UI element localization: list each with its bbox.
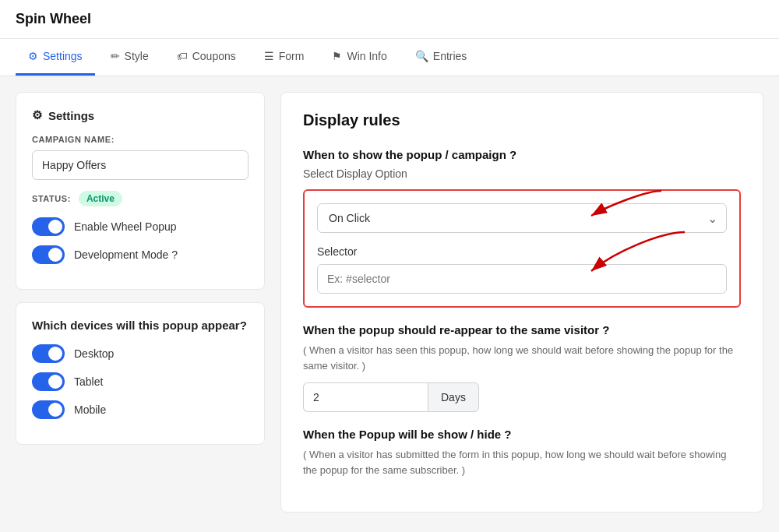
enable-wheel-row: Enable Wheel Popup <box>32 217 249 236</box>
arrow-annotation-2 <box>583 228 693 283</box>
show-hide-section: When the Popup will be show / hide ? ( W… <box>303 428 741 477</box>
tab-form-label: Form <box>279 50 305 62</box>
sidebar: ⚙ Settings CAMPAIGN NAME: STATUS: Active… <box>16 92 265 513</box>
when-show-title: When to show the popup / campaign ? <box>303 148 741 161</box>
campaign-name-label: CAMPAIGN NAME: <box>32 135 249 144</box>
desktop-toggle[interactable] <box>32 344 65 363</box>
coupons-tab-icon: 🏷 <box>177 50 188 62</box>
display-option-box: On Click On Load On Exit On Scroll ⌄ <box>303 189 741 308</box>
tablet-toggle[interactable] <box>32 372 65 391</box>
arrow-annotation-1 <box>583 183 677 230</box>
reappear-title: When the popup should re-appear to the s… <box>303 323 741 336</box>
content-area: ⚙ Settings CAMPAIGN NAME: STATUS: Active… <box>0 76 779 528</box>
tab-settings-label: Settings <box>43 50 83 62</box>
reappear-desc: ( When a visitor has seen this popup, ho… <box>303 343 741 373</box>
form-tab-icon: ☰ <box>264 50 274 62</box>
tab-form[interactable]: ☰ Form <box>252 39 317 76</box>
mobile-label: Mobile <box>74 403 106 416</box>
main-content: Display rules When to show the popup / c… <box>280 92 763 513</box>
win-info-tab-icon: ⚑ <box>332 50 342 62</box>
tab-settings[interactable]: ⚙ Settings <box>16 39 95 76</box>
tab-style-label: Style <box>125 50 149 62</box>
tablet-row: Tablet <box>32 372 249 391</box>
desktop-row: Desktop <box>32 344 249 363</box>
tabs-bar: ⚙ Settings ✏ Style 🏷 Coupons ☰ Form ⚑ Wi… <box>0 39 779 76</box>
page-title: Spin Wheel <box>16 11 91 26</box>
dev-mode-row: Development Mode ? <box>32 245 249 264</box>
mobile-toggle[interactable] <box>32 400 65 419</box>
settings-card: ⚙ Settings CAMPAIGN NAME: STATUS: Active… <box>16 92 265 290</box>
page-wrapper: Spin Wheel ⚙ Settings ✏ Style 🏷 Coupons … <box>0 0 779 532</box>
days-badge: Days <box>428 382 479 412</box>
number-days-row: Days <box>303 382 490 412</box>
tablet-label: Tablet <box>74 375 103 388</box>
tab-style[interactable]: ✏ Style <box>98 39 161 76</box>
tab-win-info-label: Win Info <box>347 50 386 62</box>
settings-tab-icon: ⚙ <box>28 50 38 62</box>
show-hide-desc: ( When a visitor has submitted the form … <box>303 447 741 477</box>
tab-coupons[interactable]: 🏷 Coupons <box>164 39 249 76</box>
status-label: STATUS: <box>32 194 71 203</box>
reappear-section: When the popup should re-appear to the s… <box>303 323 741 412</box>
settings-card-title: ⚙ Settings <box>32 108 249 122</box>
status-row: STATUS: Active <box>32 191 249 206</box>
dev-mode-toggle[interactable] <box>32 245 65 264</box>
entries-tab-icon: 🔍 <box>415 50 428 62</box>
tab-coupons-label: Coupons <box>192 50 236 62</box>
page-title-bar: Spin Wheel <box>0 0 779 39</box>
devices-card: Which devices will this popup appear? De… <box>16 302 265 445</box>
tab-win-info[interactable]: ⚑ Win Info <box>319 39 399 76</box>
display-rules-title: Display rules <box>303 111 741 129</box>
mobile-row: Mobile <box>32 400 249 419</box>
tab-entries-label: Entries <box>433 50 467 62</box>
devices-card-title: Which devices will this popup appear? <box>32 319 249 332</box>
style-tab-icon: ✏ <box>111 50 120 62</box>
desktop-label: Desktop <box>74 347 114 360</box>
settings-gear-icon: ⚙ <box>32 108 42 122</box>
select-display-label: Select Display Option <box>303 167 741 180</box>
tab-entries[interactable]: 🔍 Entries <box>403 39 480 76</box>
show-hide-title: When the Popup will be show / hide ? <box>303 428 741 441</box>
enable-wheel-toggle[interactable] <box>32 217 65 236</box>
reappear-value-input[interactable] <box>303 382 428 412</box>
dev-mode-label: Development Mode ? <box>74 248 178 261</box>
status-badge: Active <box>79 191 122 206</box>
when-show-section: When to show the popup / campaign ? Sele… <box>303 148 741 308</box>
campaign-name-input[interactable] <box>32 150 249 180</box>
enable-wheel-label: Enable Wheel Popup <box>74 220 177 233</box>
